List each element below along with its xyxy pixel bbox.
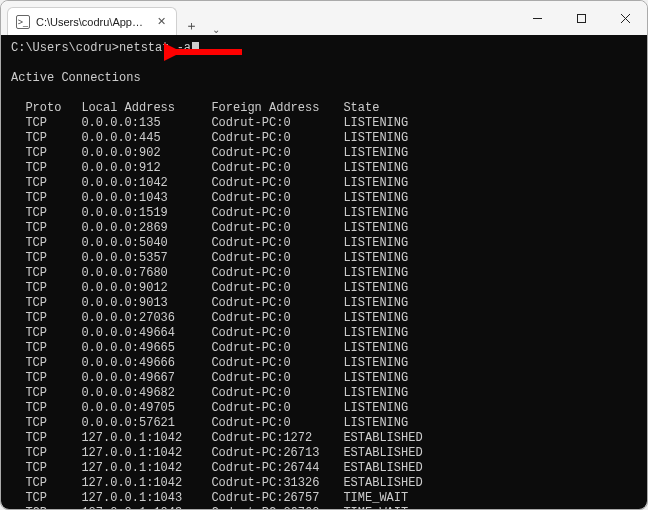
col-local: Local Address: [81, 101, 211, 116]
col-state: State: [343, 101, 379, 116]
connection-row: TCP127.0.0.1:1042Codrut-PC:1272ESTABLISH…: [11, 431, 637, 446]
connection-row: TCP0.0.0.0:912Codrut-PC:0LISTENING: [11, 161, 637, 176]
connection-row: TCP0.0.0.0:49665Codrut-PC:0LISTENING: [11, 341, 637, 356]
window-controls: [515, 1, 647, 35]
new-tab-button[interactable]: ＋: [177, 17, 205, 35]
cmd-icon: >_: [16, 15, 30, 29]
connection-row: TCP0.0.0.0:49705Codrut-PC:0LISTENING: [11, 401, 637, 416]
connection-row: TCP0.0.0.0:902Codrut-PC:0LISTENING: [11, 146, 637, 161]
col-proto: Proto: [25, 101, 81, 116]
titlebar: >_ C:\Users\codru\AppData\Roa ✕ ＋ ⌄: [1, 1, 647, 35]
minimize-button[interactable]: [515, 1, 559, 35]
command-text: netstat -a: [119, 41, 191, 55]
cursor: [192, 42, 199, 55]
connection-row: TCP0.0.0.0:5357Codrut-PC:0LISTENING: [11, 251, 637, 266]
connection-row: TCP0.0.0.0:445Codrut-PC:0LISTENING: [11, 131, 637, 146]
connection-row: TCP0.0.0.0:1042Codrut-PC:0LISTENING: [11, 176, 637, 191]
col-foreign: Foreign Address: [211, 101, 343, 116]
connection-row: TCP0.0.0.0:7680Codrut-PC:0LISTENING: [11, 266, 637, 281]
tab-menu-chevron-icon[interactable]: ⌄: [205, 24, 227, 35]
prompt-text: C:\Users\codru>: [11, 41, 119, 55]
tab-strip: >_ C:\Users\codru\AppData\Roa ✕ ＋ ⌄: [1, 1, 227, 35]
svg-rect-1: [577, 14, 585, 22]
connection-rows: TCP0.0.0.0:135Codrut-PC:0LISTENING TCP0.…: [11, 116, 637, 509]
connection-row: TCP0.0.0.0:5040Codrut-PC:0LISTENING: [11, 236, 637, 251]
connection-row: TCP127.0.0.1:1042Codrut-PC:26713ESTABLIS…: [11, 446, 637, 461]
connection-row: TCP127.0.0.1:1042Codrut-PC:31326ESTABLIS…: [11, 476, 637, 491]
tab-title: C:\Users\codru\AppData\Roa: [36, 16, 149, 28]
connection-row: TCP0.0.0.0:49682Codrut-PC:0LISTENING: [11, 386, 637, 401]
tab-close-icon[interactable]: ✕: [155, 15, 168, 28]
column-headers: ProtoLocal AddressForeign AddressState: [11, 101, 637, 116]
connection-row: TCP0.0.0.0:1043Codrut-PC:0LISTENING: [11, 191, 637, 206]
connection-row: TCP127.0.0.1:1043Codrut-PC:26757TIME_WAI…: [11, 491, 637, 506]
connection-row: TCP0.0.0.0:9012Codrut-PC:0LISTENING: [11, 281, 637, 296]
connection-row: TCP0.0.0.0:49666Codrut-PC:0LISTENING: [11, 356, 637, 371]
terminal-window: >_ C:\Users\codru\AppData\Roa ✕ ＋ ⌄ C:\U…: [0, 0, 648, 510]
connection-row: TCP0.0.0.0:9013Codrut-PC:0LISTENING: [11, 296, 637, 311]
connection-row: TCP0.0.0.0:2869Codrut-PC:0LISTENING: [11, 221, 637, 236]
connection-row: TCP127.0.0.1:1042Codrut-PC:26744ESTABLIS…: [11, 461, 637, 476]
connection-row: TCP0.0.0.0:49664Codrut-PC:0LISTENING: [11, 326, 637, 341]
connection-row: TCP0.0.0.0:49667Codrut-PC:0LISTENING: [11, 371, 637, 386]
terminal-output[interactable]: C:\Users\codru>netstat -a Active Connect…: [1, 35, 647, 509]
connection-row: TCP127.0.0.1:1043Codrut-PC:26760TIME_WAI…: [11, 506, 637, 509]
prompt-line: C:\Users\codru>netstat -a: [11, 41, 637, 56]
connection-row: TCP0.0.0.0:57621Codrut-PC:0LISTENING: [11, 416, 637, 431]
connection-row: TCP0.0.0.0:135Codrut-PC:0LISTENING: [11, 116, 637, 131]
close-button[interactable]: [603, 1, 647, 35]
titlebar-drag-area[interactable]: [227, 1, 515, 35]
maximize-button[interactable]: [559, 1, 603, 35]
tab-active[interactable]: >_ C:\Users\codru\AppData\Roa ✕: [7, 7, 177, 35]
connection-row: TCP0.0.0.0:27036Codrut-PC:0LISTENING: [11, 311, 637, 326]
connection-row: TCP0.0.0.0:1519Codrut-PC:0LISTENING: [11, 206, 637, 221]
section-heading: Active Connections: [11, 71, 637, 86]
